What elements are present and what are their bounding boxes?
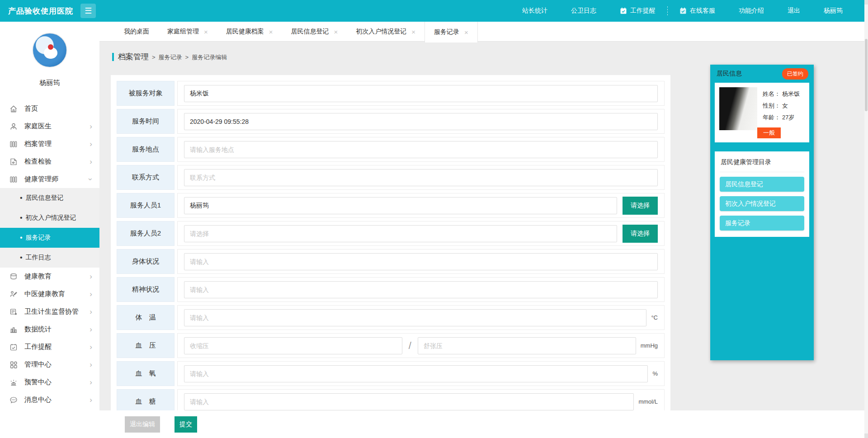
close-icon[interactable]: × — [334, 28, 338, 36]
sidebar-item-data-statistics[interactable]: 数据统计 › — [0, 320, 99, 338]
service-location-input[interactable] — [184, 141, 658, 158]
tab-resident-health-archive[interactable]: 居民健康档案 × — [217, 22, 282, 42]
submit-button[interactable]: 提交 — [175, 416, 197, 433]
nav-feature-intro[interactable]: 功能介绍 — [727, 7, 776, 15]
app-title: 产品验收使用医院 — [8, 6, 73, 16]
sidebar-item-health-manager[interactable]: 健康管理师 › — [0, 170, 99, 188]
sidebar-item-archive-management[interactable]: 档案管理 › — [0, 135, 99, 153]
main-area: 我的桌面 家庭组管理 × 居民健康档案 × 居民信息登记 × 初次入户情况登记 … — [99, 22, 868, 438]
close-icon[interactable]: × — [464, 28, 468, 36]
close-icon[interactable]: × — [411, 28, 415, 36]
tab-family-group[interactable]: 家庭组管理 × — [158, 22, 217, 42]
form-row-mental-condition: 精神状况 — [117, 277, 665, 302]
sidebar-menu: 首页 家庭医生 › 档案管理 › 检查检验 — [0, 100, 99, 409]
chevron-right-icon: › — [90, 325, 92, 333]
archive-books-icon — [9, 140, 18, 149]
monitor-gear-icon — [9, 307, 18, 316]
sidebar-item-work-reminder[interactable]: 工作提醒 › — [0, 338, 99, 356]
doctor-icon — [9, 122, 18, 131]
staff-2-choose-button[interactable]: 请选择 — [623, 225, 658, 243]
tab-first-visit[interactable]: 初次入户情况登记 × — [347, 22, 425, 42]
submenu-item-service-record[interactable]: • 服务记录 — [0, 228, 99, 248]
hamburger-menu-button[interactable]: ☰ — [80, 4, 96, 18]
nav-online-service[interactable]: 在线客服 — [668, 7, 727, 15]
sidebar-item-home[interactable]: 首页 — [0, 100, 99, 118]
nav-public-health-log[interactable]: 公卫日志 — [559, 7, 608, 15]
chevron-right-icon: › — [90, 122, 92, 130]
books-icon — [9, 175, 18, 184]
temperature-input[interactable] — [184, 309, 646, 326]
form-row-temperature: 体 温 °C — [117, 305, 665, 330]
sidebar-item-sanitation-supervision[interactable]: 卫生计生监督协管 › — [0, 303, 99, 320]
sidebar-item-tcm-education[interactable]: 中医健康教育 › — [0, 285, 99, 303]
signed-status-badge: 已签约 — [782, 68, 808, 80]
service-target-input[interactable] — [184, 85, 658, 102]
calendar-icon — [679, 7, 687, 14]
submenu-item-first-visit[interactable]: • 初次入户情况登记 — [0, 208, 99, 228]
staff-1-input[interactable] — [184, 197, 617, 214]
scrollbar-thumb[interactable] — [865, 39, 868, 111]
scroll-down-arrow[interactable] — [864, 433, 868, 438]
sidebar-item-family-doctor[interactable]: 家庭医生 › — [0, 118, 99, 135]
blood-sugar-input[interactable] — [184, 393, 634, 410]
catalog-button-resident-info[interactable]: 居民信息登记 — [720, 177, 804, 192]
nav-current-user[interactable]: 杨丽筠 — [812, 7, 854, 15]
home-icon — [9, 104, 18, 113]
resident-info-card: 居民信息 已签约 姓名：杨米饭 性别：女 年龄：27岁 一般 居民健康管理目录 … — [710, 65, 814, 360]
resident-photo — [719, 87, 757, 130]
blood-oxygen-input[interactable] — [184, 365, 648, 382]
bullet-icon: • — [20, 234, 23, 242]
chevron-right-icon: › — [90, 140, 92, 148]
tab-service-record[interactable]: 服务记录 × — [425, 22, 478, 42]
nav-work-reminder[interactable]: 工作提醒 — [608, 7, 667, 15]
health-manager-submenu: • 居民信息登记 • 初次入户情况登记 • 服务记录 • 工作日志 — [0, 188, 99, 268]
tab-my-desktop[interactable]: 我的桌面 — [115, 22, 158, 42]
bar-chart-icon — [9, 325, 18, 334]
exit-edit-button[interactable]: 退出编辑 — [125, 416, 160, 433]
sidebar-item-alert-center[interactable]: 预警中心 › — [0, 373, 99, 391]
staff-1-choose-button[interactable]: 请选择 — [623, 197, 658, 215]
catalog-button-first-visit[interactable]: 初次入户情况登记 — [720, 196, 804, 211]
close-icon[interactable]: × — [204, 28, 208, 36]
sidebar-item-inspection[interactable]: 检查检验 › — [0, 153, 99, 170]
vertical-scrollbar[interactable] — [864, 0, 868, 438]
calendar-check-icon — [9, 343, 18, 352]
sidebar-item-message-center[interactable]: 消息中心 › — [0, 391, 99, 409]
scroll-up-arrow[interactable] — [864, 0, 868, 5]
sidebar-item-admin-center[interactable]: 管理中心 › — [0, 356, 99, 373]
mental-condition-input[interactable] — [184, 281, 658, 298]
sidebar-username: 杨丽筠 — [0, 79, 99, 87]
nav-logout[interactable]: 退出 — [776, 7, 812, 15]
breadcrumb-item: 服务记录 — [159, 53, 182, 61]
bullet-icon: • — [20, 194, 23, 202]
chevron-right-icon: › — [90, 396, 92, 404]
nav-site-stats[interactable]: 站长统计 — [510, 7, 559, 15]
staff-2-input[interactable] — [184, 225, 617, 242]
submenu-item-resident-info[interactable]: • 居民信息登记 — [0, 188, 99, 208]
blood-pressure-separator: / — [409, 340, 411, 352]
chevron-right-icon: › — [90, 361, 92, 368]
submenu-item-work-log[interactable]: • 工作日志 — [0, 248, 99, 268]
breadcrumb-root: 档案管理 — [118, 52, 149, 62]
health-management-catalog: 居民健康管理目录 居民信息登记 初次入户情况登记 服务记录 — [715, 151, 809, 237]
catalog-button-service-record[interactable]: 服务记录 — [720, 216, 804, 231]
report-eye-icon — [9, 157, 18, 166]
hamburger-icon: ☰ — [85, 6, 92, 16]
service-time-input[interactable] — [184, 113, 658, 130]
resident-card-title: 居民信息 — [717, 70, 742, 78]
user-avatar[interactable] — [32, 33, 67, 68]
bullet-icon: • — [20, 254, 23, 262]
chevron-right-icon: › — [90, 343, 92, 351]
person-edit-icon — [9, 290, 18, 299]
drum-icon — [9, 272, 18, 281]
physical-condition-input[interactable] — [184, 253, 658, 270]
systolic-input[interactable] — [184, 337, 402, 354]
chat-bubble-icon — [9, 396, 18, 405]
close-icon[interactable]: × — [269, 28, 273, 36]
sidebar-item-health-education[interactable]: 健康教育 › — [0, 268, 99, 285]
diastolic-input[interactable] — [418, 337, 636, 354]
form-row-contact: 联系方式 — [117, 165, 665, 190]
contact-input[interactable] — [184, 169, 658, 186]
form-row-service-time: 服务时间 — [117, 109, 665, 134]
tab-resident-info[interactable]: 居民信息登记 × — [282, 22, 347, 42]
